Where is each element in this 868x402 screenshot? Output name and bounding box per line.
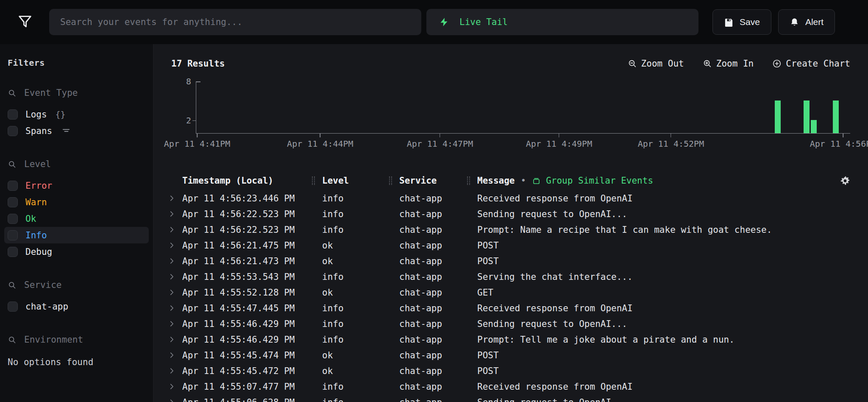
bolt-icon (439, 17, 449, 27)
chevron-right-icon[interactable] (169, 336, 182, 343)
save-button[interactable]: Save (712, 9, 771, 35)
event-message: Received response from OpenAI (477, 193, 850, 204)
search-icon (8, 281, 17, 290)
event-row[interactable]: Apr 11 4:55:47.445 PM info chat-app Rece… (169, 300, 850, 316)
chat-app-checkbox[interactable] (8, 302, 18, 312)
events-table: Timestamp (Local) Level Service Message … (169, 171, 850, 402)
x-tick-label: Apr 11 4:56PM (810, 139, 868, 149)
event-row[interactable]: Apr 11 4:56:21.475 PM ok chat-app POST (169, 237, 850, 253)
chevron-right-icon[interactable] (169, 195, 182, 201)
level-column-header: Level (322, 176, 399, 186)
environment-search[interactable]: Environment (8, 333, 145, 346)
chevron-right-icon[interactable] (169, 274, 182, 280)
event-row[interactable]: Apr 11 4:55:45.474 PM ok chat-app POST (169, 347, 850, 363)
x-tick-label: Apr 11 4:52PM (638, 139, 704, 149)
level-checkbox[interactable] (8, 197, 18, 207)
logs-checkbox[interactable] (8, 109, 18, 120)
live-tail-button[interactable]: Live Tail (426, 9, 698, 35)
zoom-in-label: Zoom In (716, 59, 754, 69)
logs-label: Logs (25, 109, 47, 120)
zoom-out-button[interactable]: Zoom Out (628, 59, 684, 69)
filter-option-level[interactable]: Debug (4, 243, 149, 260)
event-row[interactable]: Apr 11 4:56:22.523 PM info chat-app Send… (169, 206, 850, 222)
search-input[interactable] (49, 9, 421, 35)
group-similar-events-button[interactable]: Group Similar Events (532, 176, 653, 186)
event-level: info (322, 303, 399, 313)
event-message: GET (477, 288, 850, 298)
column-resize-grip[interactable] (389, 176, 392, 185)
event-type-search[interactable]: Event Type (8, 87, 145, 99)
event-row[interactable]: Apr 11 4:55:53.543 PM info chat-app Serv… (169, 269, 850, 285)
event-level: ok (322, 288, 399, 298)
chevron-right-icon[interactable] (169, 258, 182, 264)
level-checkbox[interactable] (8, 214, 18, 224)
table-settings-gear-icon[interactable] (840, 176, 850, 186)
event-row[interactable]: Apr 11 4:55:46.429 PM info chat-app Send… (169, 316, 850, 332)
results-count: 17 Results (171, 59, 225, 69)
chevron-right-icon[interactable] (169, 305, 182, 311)
zoom-out-icon (628, 59, 637, 68)
event-row[interactable]: Apr 11 4:55:07.477 PM info chat-app Rece… (169, 379, 850, 394)
event-row[interactable]: Apr 11 4:55:06.628 PM info chat-app Send… (169, 394, 850, 402)
chart-actions: Zoom Out Zoom In (628, 59, 850, 69)
filter-funnel-button[interactable] (15, 12, 35, 32)
filter-option-spans[interactable]: Spans (4, 123, 149, 139)
zoom-in-icon (703, 59, 712, 68)
level-checkbox[interactable] (8, 247, 18, 257)
filter-option-level[interactable]: Error (4, 177, 149, 194)
service-options: chat-app (8, 298, 145, 315)
filter-option-level[interactable]: Ok (4, 210, 149, 227)
event-level: info (322, 397, 399, 402)
zoom-in-button[interactable]: Zoom In (703, 59, 754, 69)
event-timestamp: Apr 11 4:55:53.543 PM (182, 272, 322, 282)
x-tick-mark (559, 134, 559, 137)
event-service: chat-app (399, 366, 477, 376)
column-resize-grip[interactable] (467, 176, 470, 185)
service-search[interactable]: Service (8, 279, 145, 291)
filter-option-logs[interactable]: Logs {} (4, 106, 149, 123)
level-option-label: Error (25, 181, 52, 191)
event-row[interactable]: Apr 11 4:55:52.128 PM ok chat-app GET (169, 285, 850, 300)
timestamp-column-header: Timestamp (Local) (182, 176, 322, 186)
filter-option-chat-app[interactable]: chat-app (4, 298, 149, 315)
event-level: ok (322, 366, 399, 376)
event-level: info (322, 319, 399, 329)
search-icon (8, 160, 17, 169)
level-checkbox[interactable] (8, 181, 18, 191)
event-row[interactable]: Apr 11 4:55:46.429 PM info chat-app Prom… (169, 332, 850, 347)
filter-group-environment: Environment No options found (8, 333, 145, 367)
chevron-right-icon[interactable] (169, 399, 182, 402)
event-row[interactable]: Apr 11 4:55:45.472 PM ok chat-app POST (169, 363, 850, 379)
column-resize-grip[interactable] (312, 176, 315, 185)
event-service: chat-app (399, 382, 477, 392)
live-tail-label: Live Tail (459, 17, 508, 27)
event-service: chat-app (399, 319, 477, 329)
chevron-right-icon[interactable] (169, 211, 182, 217)
histogram-bar (811, 120, 817, 133)
chevron-right-icon[interactable] (169, 383, 182, 390)
create-chart-button[interactable]: Create Chart (772, 59, 850, 69)
alert-button[interactable]: Alert (778, 9, 835, 35)
event-service: chat-app (399, 209, 477, 219)
event-service: chat-app (399, 397, 477, 402)
alert-label: Alert (805, 17, 823, 27)
chevron-right-icon[interactable] (169, 226, 182, 233)
spans-checkbox[interactable] (8, 126, 18, 136)
histogram-plot-area: 82 (196, 81, 850, 134)
chevron-right-icon[interactable] (169, 242, 182, 248)
event-level: info (322, 225, 399, 235)
event-timestamp: Apr 11 4:56:22.523 PM (182, 225, 322, 235)
chevron-right-icon[interactable] (169, 368, 182, 374)
event-level: info (322, 335, 399, 345)
level-checkbox[interactable] (8, 230, 18, 240)
chevron-right-icon[interactable] (169, 321, 182, 327)
level-search[interactable]: Level (8, 158, 145, 170)
event-row[interactable]: Apr 11 4:56:23.446 PM info chat-app Rece… (169, 190, 850, 206)
event-row[interactable]: Apr 11 4:56:22.523 PM info chat-app Prom… (169, 222, 850, 237)
filter-option-level[interactable]: Warn (4, 194, 149, 210)
chevron-right-icon[interactable] (169, 352, 182, 358)
event-message: Sending request to OpenAI... (477, 397, 850, 402)
event-row[interactable]: Apr 11 4:56:21.473 PM ok chat-app POST (169, 253, 850, 269)
filter-option-level[interactable]: Info (4, 227, 149, 243)
chevron-right-icon[interactable] (169, 289, 182, 296)
